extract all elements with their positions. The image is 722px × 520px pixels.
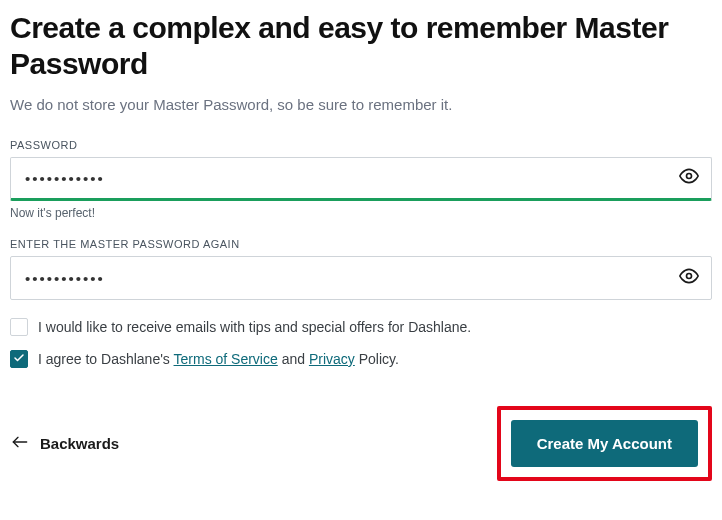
page-title: Create a complex and easy to remember Ma… bbox=[10, 10, 712, 82]
backwards-button[interactable]: Backwards bbox=[10, 434, 119, 453]
terms-label: I agree to Dashlane's Terms of Service a… bbox=[38, 351, 399, 367]
password-input[interactable] bbox=[11, 170, 667, 187]
toggle-password-visibility-button[interactable] bbox=[667, 158, 711, 198]
password-label: PASSWORD bbox=[10, 139, 712, 151]
svg-point-1 bbox=[687, 274, 692, 279]
terms-suffix: Policy. bbox=[355, 351, 399, 367]
password-field: PASSWORD Now it's perfect! bbox=[10, 139, 712, 220]
terms-agree-row: I agree to Dashlane's Terms of Service a… bbox=[10, 350, 712, 368]
confirm-password-input-container bbox=[10, 256, 712, 300]
password-strength-message: Now it's perfect! bbox=[10, 206, 712, 220]
marketing-label: I would like to receive emails with tips… bbox=[38, 319, 471, 335]
terms-prefix: I agree to Dashlane's bbox=[38, 351, 174, 367]
marketing-opt-in-row: I would like to receive emails with tips… bbox=[10, 318, 712, 336]
check-icon bbox=[13, 351, 25, 367]
confirm-password-input[interactable] bbox=[11, 270, 667, 287]
eye-icon bbox=[679, 266, 699, 290]
password-input-container bbox=[10, 157, 712, 201]
marketing-checkbox[interactable] bbox=[10, 318, 28, 336]
page-subtitle: We do not store your Master Password, so… bbox=[10, 96, 712, 113]
svg-point-0 bbox=[687, 174, 692, 179]
privacy-link[interactable]: Privacy bbox=[309, 351, 355, 367]
confirm-password-field: ENTER THE MASTER PASSWORD AGAIN bbox=[10, 238, 712, 300]
eye-icon bbox=[679, 166, 699, 190]
footer: Backwards Create My Account bbox=[10, 406, 712, 481]
confirm-password-label: ENTER THE MASTER PASSWORD AGAIN bbox=[10, 238, 712, 250]
backwards-label: Backwards bbox=[40, 435, 119, 452]
terms-of-service-link[interactable]: Terms of Service bbox=[174, 351, 278, 367]
toggle-confirm-visibility-button[interactable] bbox=[667, 257, 711, 299]
terms-checkbox[interactable] bbox=[10, 350, 28, 368]
cta-highlight: Create My Account bbox=[497, 406, 712, 481]
create-account-button[interactable]: Create My Account bbox=[511, 420, 698, 467]
arrow-left-icon bbox=[10, 434, 30, 453]
terms-middle: and bbox=[278, 351, 309, 367]
